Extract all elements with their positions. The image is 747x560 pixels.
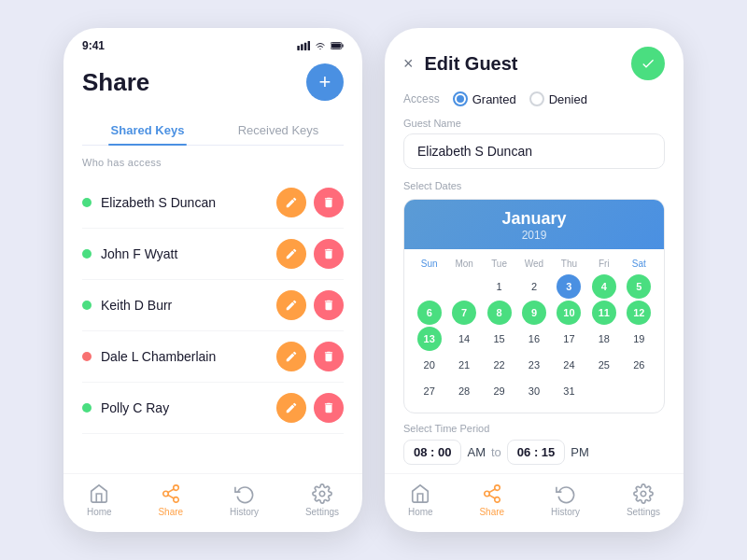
delete-button[interactable] bbox=[314, 342, 344, 371]
add-button[interactable]: + bbox=[306, 63, 344, 101]
time-from[interactable]: 08 : 00 bbox=[403, 440, 461, 465]
delete-button[interactable] bbox=[314, 239, 344, 269]
radio-circle-granted bbox=[453, 91, 468, 106]
cal-cell[interactable]: 19 bbox=[627, 327, 651, 351]
cal-cell[interactable]: 25 bbox=[592, 353, 616, 377]
cal-cell[interactable]: 14 bbox=[452, 327, 476, 351]
calendar-week: 20 21 22 23 24 25 26 bbox=[412, 353, 656, 377]
status-dot bbox=[82, 352, 92, 361]
cal-cell[interactable]: 9 bbox=[522, 301, 546, 325]
cal-cell[interactable]: 12 bbox=[627, 301, 651, 325]
cal-cell[interactable]: 29 bbox=[487, 379, 512, 403]
cal-cell[interactable]: 24 bbox=[557, 353, 581, 377]
nav-history-right[interactable]: History bbox=[551, 483, 580, 517]
nav-share[interactable]: Share bbox=[158, 483, 183, 517]
svg-point-14 bbox=[485, 491, 490, 497]
cal-cell[interactable]: 26 bbox=[627, 353, 651, 377]
nav-share-right[interactable]: Share bbox=[479, 483, 504, 517]
tab-received-keys[interactable]: Received Keys bbox=[213, 116, 344, 145]
delete-button[interactable] bbox=[314, 188, 344, 217]
cal-cell[interactable]: 30 bbox=[522, 379, 546, 403]
status-dot bbox=[82, 249, 92, 259]
cal-cell[interactable]: 31 bbox=[557, 379, 581, 403]
svg-point-12 bbox=[319, 491, 325, 497]
confirm-button[interactable] bbox=[631, 47, 665, 80]
guest-actions bbox=[276, 342, 344, 371]
nav-home[interactable]: Home bbox=[87, 483, 112, 517]
cal-cell[interactable]: 2 bbox=[522, 274, 546, 299]
list-item: Dale L Chamberlain bbox=[82, 331, 344, 383]
radio-denied[interactable]: Denied bbox=[529, 91, 587, 106]
cal-cell[interactable]: 28 bbox=[452, 379, 476, 403]
cal-cell[interactable]: 16 bbox=[522, 327, 546, 351]
close-button[interactable]: × bbox=[403, 54, 414, 74]
edit-button[interactable] bbox=[276, 342, 306, 371]
battery-icon bbox=[331, 41, 344, 50]
nav-history-right-label: History bbox=[551, 507, 580, 517]
radio-inner-granted bbox=[457, 95, 464, 103]
guest-name: Polly C Ray bbox=[101, 400, 276, 415]
nav-settings-right[interactable]: Settings bbox=[627, 483, 660, 517]
calendar-grid: Sun Mon Tue Wed Thu Fri Sat 1 2 3 4 5 bbox=[404, 249, 664, 413]
wifi-icon bbox=[314, 41, 327, 50]
cal-cell[interactable]: 5 bbox=[627, 274, 651, 299]
cal-cell[interactable]: 4 bbox=[592, 274, 616, 299]
cal-cell[interactable]: 22 bbox=[487, 353, 512, 377]
history-icon bbox=[556, 483, 576, 504]
edit-button[interactable] bbox=[276, 393, 306, 423]
nav-home-right-label: Home bbox=[408, 507, 433, 517]
nav-settings[interactable]: Settings bbox=[305, 483, 339, 517]
calendar-day-names: Sun Mon Tue Wed Thu Fri Sat bbox=[412, 257, 656, 271]
edit-icon bbox=[285, 196, 298, 209]
edit-button[interactable] bbox=[276, 188, 306, 217]
svg-rect-0 bbox=[297, 46, 300, 50]
cal-cell[interactable]: 3 bbox=[557, 274, 581, 299]
delete-button[interactable] bbox=[314, 393, 344, 423]
cal-cell[interactable]: 21 bbox=[452, 353, 476, 377]
radio-granted[interactable]: Granted bbox=[453, 91, 516, 106]
share-header: Share + bbox=[82, 63, 344, 101]
guest-name: Elizabeth S Duncan bbox=[101, 195, 276, 210]
tab-shared-keys[interactable]: Shared Keys bbox=[82, 116, 213, 145]
cal-cell[interactable]: 11 bbox=[592, 301, 616, 325]
cal-cell[interactable]: 1 bbox=[487, 274, 512, 299]
cal-cell[interactable]: 20 bbox=[417, 353, 442, 377]
guest-list: Elizabeth S Duncan John F Wyatt bbox=[82, 177, 344, 473]
select-dates-label: Select Dates bbox=[403, 180, 665, 191]
guest-name-input[interactable] bbox=[403, 133, 665, 169]
time-to[interactable]: 06 : 15 bbox=[507, 440, 565, 465]
svg-rect-1 bbox=[301, 44, 303, 50]
cal-cell bbox=[417, 274, 442, 299]
nav-home-right[interactable]: Home bbox=[408, 483, 433, 517]
cal-cell[interactable]: 23 bbox=[522, 353, 546, 377]
delete-icon bbox=[322, 299, 335, 312]
cal-cell[interactable]: 17 bbox=[557, 327, 581, 351]
access-label: Access bbox=[403, 92, 440, 105]
cal-cell[interactable]: 15 bbox=[487, 327, 512, 351]
cal-cell[interactable]: 10 bbox=[557, 301, 581, 325]
cal-cell[interactable]: 27 bbox=[417, 379, 442, 403]
home-icon bbox=[89, 483, 109, 504]
calendar: January 2019 Sun Mon Tue Wed Thu Fri Sat bbox=[403, 199, 665, 413]
edit-button[interactable] bbox=[276, 290, 306, 320]
checkmark-icon bbox=[641, 56, 655, 71]
list-item: Keith D Burr bbox=[82, 280, 344, 331]
status-bar: 9:41 bbox=[63, 28, 362, 56]
cal-cell[interactable]: 18 bbox=[592, 327, 616, 351]
nav-history[interactable]: History bbox=[230, 483, 259, 517]
edit-icon bbox=[285, 350, 298, 363]
nav-settings-right-label: Settings bbox=[627, 507, 660, 517]
calendar-week: 1 2 3 4 5 bbox=[412, 274, 656, 299]
edit-button[interactable] bbox=[276, 239, 306, 269]
guest-actions bbox=[276, 239, 344, 269]
delete-button[interactable] bbox=[314, 290, 344, 320]
cal-cell[interactable]: 13 bbox=[417, 327, 442, 351]
time-from-period: AM bbox=[467, 445, 486, 459]
cal-cell[interactable]: 6 bbox=[417, 301, 442, 325]
cal-cell[interactable]: 7 bbox=[452, 301, 476, 325]
edit-body: Access Granted Denied Guest Name Select … bbox=[385, 91, 684, 473]
cal-cell[interactable]: 8 bbox=[487, 301, 512, 325]
edit-icon bbox=[285, 299, 298, 312]
svg-rect-5 bbox=[342, 44, 343, 48]
svg-point-7 bbox=[174, 485, 179, 491]
